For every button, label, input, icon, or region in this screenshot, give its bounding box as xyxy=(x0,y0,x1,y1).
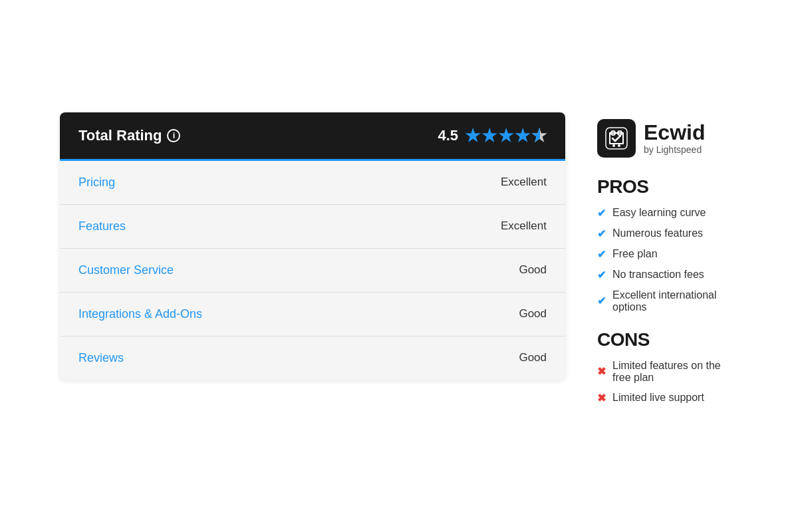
svg-rect-0 xyxy=(606,128,627,149)
category-row[interactable]: Pricing Excellent xyxy=(60,161,565,205)
rating-score: 4.5 ★ ★ ★ ★ ★★ xyxy=(438,127,547,144)
cons-list: ✖Limited features on the free plan✖Limit… xyxy=(597,360,738,404)
category-name: Reviews xyxy=(78,351,124,365)
page-wrapper: Total Rating i 4.5 ★ ★ ★ ★ ★★ Pricing Ex… xyxy=(33,86,765,447)
brand-name: Ecwid xyxy=(644,121,705,144)
brand-logo: Ecwid by Lightspeed xyxy=(597,119,738,158)
check-icon: ✔ xyxy=(597,295,606,307)
right-panel: Ecwid by Lightspeed PROS ✔Easy learning … xyxy=(597,112,738,420)
category-row[interactable]: Customer Service Good xyxy=(60,249,565,293)
category-rating: Excellent xyxy=(501,176,547,189)
check-icon: ✔ xyxy=(597,269,606,281)
star-3: ★ xyxy=(498,127,513,144)
star-5-half: ★★ xyxy=(531,127,547,144)
category-name: Pricing xyxy=(78,176,115,190)
pros-text: Numerous features xyxy=(612,227,703,239)
category-rating: Excellent xyxy=(501,219,547,233)
category-rating: Good xyxy=(519,307,547,321)
info-icon[interactable]: i xyxy=(167,129,180,142)
brand-subtitle: by Lightspeed xyxy=(644,144,705,155)
pros-text: No transaction fees xyxy=(612,269,704,281)
pros-section: PROS ✔Easy learning curve✔Numerous featu… xyxy=(597,176,738,313)
cons-item: ✖Limited live support xyxy=(597,392,738,404)
category-rating: Good xyxy=(519,351,547,364)
pros-item: ✔Free plan xyxy=(597,248,738,261)
categories-list: Pricing Excellent Features Excellent Cus… xyxy=(60,161,565,380)
check-icon: ✔ xyxy=(597,207,606,219)
cons-text: Limited features on the free plan xyxy=(612,360,738,384)
brand-icon xyxy=(597,119,636,158)
rating-header: Total Rating i 4.5 ★ ★ ★ ★ ★★ xyxy=(60,112,565,161)
svg-point-3 xyxy=(612,144,615,147)
pros-text: Free plan xyxy=(612,248,658,260)
star-rating: ★ ★ ★ ★ ★★ xyxy=(465,127,547,144)
pros-item: ✔Excellent international options xyxy=(597,289,738,313)
category-name: Integrations & Add-Ons xyxy=(78,307,202,321)
pros-item: ✔Numerous features xyxy=(597,227,738,240)
score-value: 4.5 xyxy=(438,127,458,144)
star-4: ★ xyxy=(515,127,530,144)
x-icon: ✖ xyxy=(597,392,606,404)
check-icon: ✔ xyxy=(597,227,606,240)
cons-title: CONS xyxy=(597,329,738,350)
cons-section: CONS ✖Limited features on the free plan✖… xyxy=(597,329,738,404)
pros-list: ✔Easy learning curve✔Numerous features✔F… xyxy=(597,207,738,313)
rating-title-group: Total Rating i xyxy=(78,127,180,144)
total-rating-label: Total Rating xyxy=(78,127,162,144)
pros-item: ✔No transaction fees xyxy=(597,269,738,281)
x-icon: ✖ xyxy=(597,365,606,378)
svg-point-4 xyxy=(618,144,620,147)
pros-text: Excellent international options xyxy=(612,289,738,313)
pros-title: PROS xyxy=(597,176,738,198)
pros-item: ✔Easy learning curve xyxy=(597,207,738,219)
category-rating: Good xyxy=(519,263,547,277)
rating-panel: Total Rating i 4.5 ★ ★ ★ ★ ★★ Pricing Ex… xyxy=(60,112,565,380)
category-name: Customer Service xyxy=(78,263,174,277)
category-row[interactable]: Reviews Good xyxy=(60,336,565,380)
star-1: ★ xyxy=(465,127,480,144)
cons-text: Limited live support xyxy=(612,392,704,404)
category-row[interactable]: Integrations & Add-Ons Good xyxy=(60,293,565,336)
star-2: ★ xyxy=(481,127,497,144)
cons-item: ✖Limited features on the free plan xyxy=(597,360,738,384)
brand-text: Ecwid by Lightspeed xyxy=(644,121,705,155)
check-icon: ✔ xyxy=(597,248,606,261)
pros-text: Easy learning curve xyxy=(612,207,706,219)
category-row[interactable]: Features Excellent xyxy=(60,205,565,249)
category-name: Features xyxy=(78,219,126,233)
